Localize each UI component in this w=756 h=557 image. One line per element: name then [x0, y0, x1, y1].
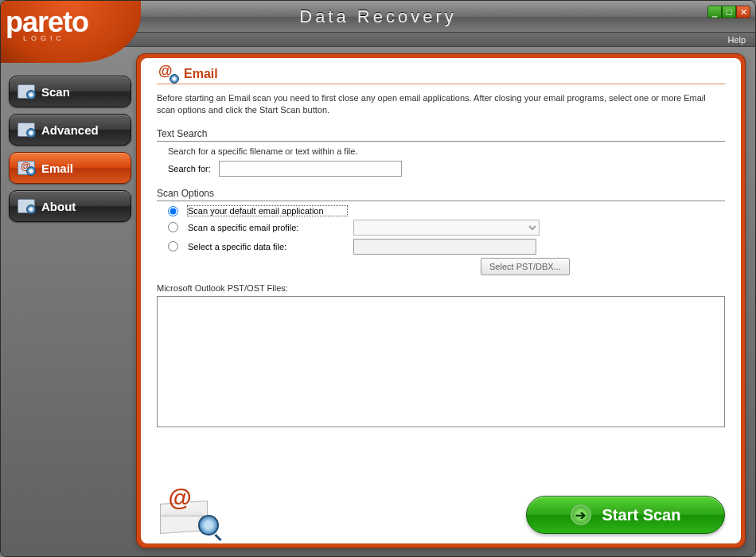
panel-header: Email — [157, 66, 725, 84]
scan-file-radio[interactable] — [168, 241, 178, 251]
email-panel: Email Before starting an Email scan you … — [141, 58, 741, 543]
arrow-right-icon: ➔ — [571, 504, 591, 525]
search-for-label: Search for: — [168, 164, 212, 173]
app-title: Data Recovery — [299, 6, 457, 27]
search-for-input[interactable] — [219, 161, 402, 177]
text-search-section-label: Text Search — [157, 128, 725, 142]
pst-files-label: Microsoft Outlook PST/OST Files: — [157, 283, 725, 293]
help-menu[interactable]: Help — [727, 35, 746, 45]
magnifier-icon — [198, 515, 219, 536]
scan-profile-label[interactable]: Scan a specific email profile: — [188, 223, 347, 232]
nav-item-email[interactable]: Email — [9, 152, 131, 184]
scan-default-label[interactable]: Scan your default email application — [188, 206, 347, 216]
minimize-button[interactable]: ‗ — [707, 6, 722, 18]
panel-intro-text: Before starting an Email scan you need t… — [157, 92, 725, 117]
scan-option-default-row: Scan your default email application — [168, 206, 725, 216]
text-search-hint: Search for a specific filename or text w… — [168, 146, 725, 156]
nav-label: Scan — [41, 85, 70, 99]
email-icon — [18, 161, 35, 175]
select-pst-dbx-button[interactable]: Select PST/DBX... — [481, 258, 570, 275]
nav-list: Scan Advanced Email About — [9, 76, 131, 222]
panel-title: Email — [184, 67, 218, 81]
scan-profile-radio[interactable] — [168, 222, 178, 232]
email-envelope-icon: @ — [157, 488, 219, 534]
nav-label: Email — [41, 162, 73, 175]
select-file-button-row: Select PST/DBX... — [168, 258, 725, 275]
disc-icon — [18, 123, 35, 137]
sidebar: pareto LOGIC Scan Advanced Email — [1, 47, 136, 557]
data-file-input[interactable] — [353, 239, 536, 255]
content-frame: Email Before starting an Email scan you … — [136, 53, 746, 548]
scan-default-radio[interactable] — [168, 206, 178, 216]
maximize-button[interactable]: □ — [722, 6, 736, 18]
app-body: pareto LOGIC Scan Advanced Email — [1, 47, 755, 557]
start-scan-label: Start Scan — [602, 506, 681, 524]
email-search-icon — [157, 66, 177, 82]
start-scan-button[interactable]: ➔ Start Scan — [526, 496, 725, 534]
nav-label: Advanced — [41, 123, 99, 137]
nav-label: About — [41, 200, 76, 213]
scan-file-label[interactable]: Select a specific data file: — [188, 242, 347, 251]
nav-item-scan[interactable]: Scan — [9, 76, 131, 107]
app-window: Data Recovery ‗ □ ✕ Help pareto LOGIC Sc… — [0, 0, 756, 557]
window-controls: ‗ □ ✕ — [707, 6, 750, 18]
info-icon — [18, 199, 35, 213]
search-for-row: Search for: — [168, 161, 725, 177]
drive-icon — [18, 84, 35, 99]
close-button[interactable]: ✕ — [736, 6, 750, 18]
panel-footer: @ ➔ Start Scan — [157, 488, 725, 534]
scan-option-file-row: Select a specific data file: — [168, 239, 725, 255]
scan-options-section-label: Scan Options — [157, 188, 725, 201]
nav-item-about[interactable]: About — [9, 190, 131, 222]
menu-bar: Help — [1, 33, 755, 47]
profile-select[interactable] — [353, 220, 540, 236]
scan-option-profile-row: Scan a specific email profile: — [168, 220, 725, 236]
pst-files-listbox[interactable] — [157, 296, 725, 427]
title-bar: Data Recovery ‗ □ ✕ — [1, 1, 755, 33]
nav-item-advanced[interactable]: Advanced — [9, 114, 131, 146]
